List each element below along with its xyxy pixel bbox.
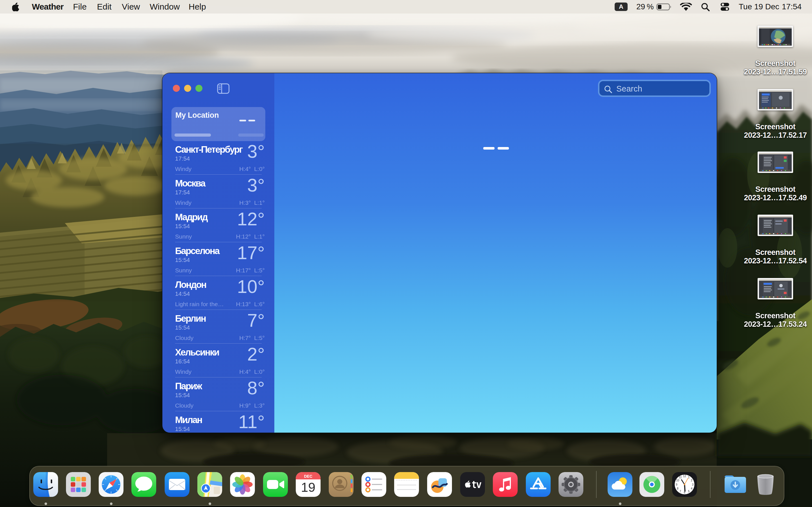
svg-text:1: 1: [688, 476, 690, 479]
svg-text:4: 4: [691, 487, 693, 490]
svg-text:2: 2: [691, 479, 693, 482]
svg-text:7: 7: [679, 490, 681, 493]
svg-text:12: 12: [683, 474, 686, 478]
svg-text:10: 10: [676, 479, 679, 482]
svg-text:8: 8: [677, 487, 679, 490]
svg-text:11: 11: [679, 476, 682, 479]
svg-text:5: 5: [688, 490, 690, 493]
svg-text:9: 9: [676, 483, 677, 486]
svg-text:DEC: DEC: [304, 474, 312, 478]
svg-text:3: 3: [692, 483, 694, 486]
svg-text:19: 19: [301, 480, 315, 495]
